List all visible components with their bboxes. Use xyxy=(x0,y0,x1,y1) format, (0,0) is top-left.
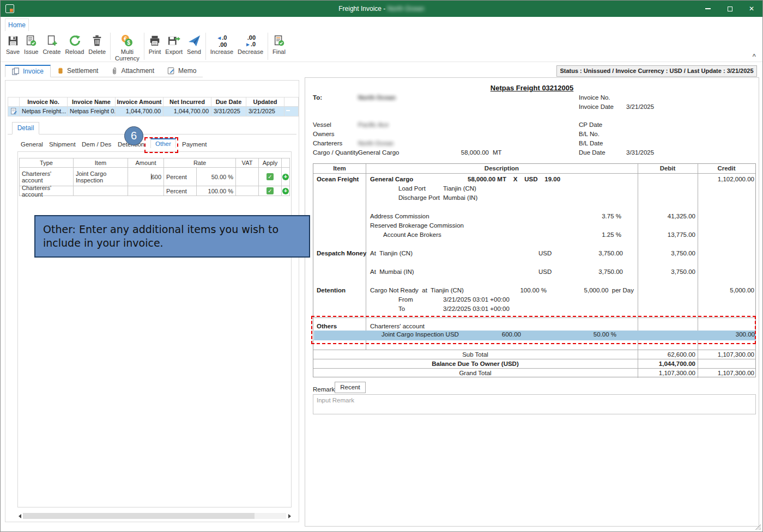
save-button[interactable]: Save xyxy=(4,31,22,55)
invoice-line: At Mumbai (IN) USD 3,750.00 3,750.00 xyxy=(313,267,756,277)
owners-label: Owners xyxy=(313,131,335,137)
column-header-net-incurred[interactable]: Net Incurred xyxy=(164,97,211,107)
bl-no-label: B/L No. xyxy=(579,131,600,137)
rate-type-cell[interactable]: Percent xyxy=(164,186,197,196)
close-button[interactable]: ✕ xyxy=(741,1,762,17)
invoice-line: Others Charterers' account xyxy=(313,322,756,331)
vat-cell[interactable] xyxy=(236,168,259,186)
subtab-dem-des[interactable]: Dem / Des xyxy=(82,141,111,148)
ribbon-separator xyxy=(205,33,206,60)
invoice-body-table: Item Description Debit Credit Joint Carg… xyxy=(313,163,756,377)
rate-type-cell[interactable]: Percent xyxy=(164,168,197,186)
redacted-company-name: North Ocean xyxy=(387,5,425,13)
subtab-general[interactable]: General xyxy=(21,141,43,148)
cargo-unit: MT xyxy=(493,149,502,156)
horizontal-scrollbar[interactable] xyxy=(16,512,293,519)
plus-icon: + xyxy=(282,174,289,180)
scroll-right-button[interactable] xyxy=(286,512,293,519)
invoice-line: Ocean Freight General Cargo 58,000.00 MT… xyxy=(313,175,756,184)
collapse-row-button[interactable] xyxy=(284,107,299,117)
minimize-icon xyxy=(705,8,711,9)
tab-home[interactable]: Home xyxy=(5,19,29,31)
status-bar: Status : Unissued / Invoice Currency : U… xyxy=(556,65,757,77)
apply-checkbox[interactable]: ✓ xyxy=(259,168,282,186)
invoice-line: Discharge Port Mumbai (IN) xyxy=(313,193,756,203)
resize-grip[interactable] xyxy=(754,523,761,530)
paperclip-icon xyxy=(111,67,118,75)
coins-icon xyxy=(57,67,64,75)
send-button[interactable]: Send xyxy=(185,31,203,55)
amount-cell[interactable] xyxy=(128,186,164,196)
delete-button[interactable]: Delete xyxy=(86,31,108,55)
tab-settlement[interactable]: Settlement xyxy=(51,65,105,77)
issue-button[interactable]: Issue xyxy=(22,31,40,55)
memo-pencil-icon xyxy=(167,67,175,75)
view-tab-strip: Invoice Settlement Attachment Memo xyxy=(5,65,203,77)
maximize-icon xyxy=(728,7,732,11)
scrollbar-thumb[interactable] xyxy=(23,513,255,519)
tab-detail[interactable]: Detail xyxy=(12,122,39,134)
invoice-line: From 3/21/2025 03:01 +00:00 xyxy=(313,295,756,304)
column-header-due-date[interactable]: Due Date xyxy=(211,97,246,107)
item-cell[interactable]: Joint Cargo Inspection xyxy=(74,168,128,186)
decrease-decimal-button[interactable]: .00►.0 Decrease xyxy=(235,31,265,55)
charterers-label: Charterers xyxy=(313,140,342,146)
delete-icon xyxy=(92,33,102,48)
minimize-button[interactable] xyxy=(697,1,719,17)
final-icon xyxy=(273,33,285,48)
annotation-callout: Other: Enter any additional items you wi… xyxy=(34,215,310,258)
scrollbar-track[interactable] xyxy=(23,513,286,519)
tab-memo[interactable]: Memo xyxy=(161,65,203,77)
add-row-button[interactable]: + xyxy=(282,168,290,186)
to-value: North Ocean xyxy=(358,94,396,101)
column-header-updated[interactable]: Updated xyxy=(246,97,284,107)
column-header-invoice-no[interactable]: Invoice No. xyxy=(20,97,68,107)
maximize-button[interactable] xyxy=(719,1,741,17)
scroll-left-button[interactable] xyxy=(16,512,23,519)
type-cell[interactable]: Charterers' account xyxy=(19,168,74,186)
tab-attachment[interactable]: Attachment xyxy=(105,65,161,77)
recent-button[interactable]: Recent xyxy=(335,382,366,393)
other-table-header: Type Item Amount Rate VAT Apply xyxy=(19,158,290,168)
apply-checkbox[interactable]: ✓ xyxy=(259,186,282,196)
invoice-date-label: Invoice Date xyxy=(579,103,614,110)
invoice-no-label: Invoice No. xyxy=(579,94,610,101)
vessel-label: Vessel xyxy=(313,121,331,128)
issue-icon xyxy=(25,33,37,48)
increase-decimal-button[interactable]: ◄.0.00 Increase xyxy=(208,31,235,55)
invoice-list-row-selected[interactable]: Netpas Freight... Netpas Freight 0... 1,… xyxy=(8,107,299,117)
create-icon xyxy=(46,33,58,48)
highlighted-other-item-row: Joint Cargo Inspection USD 600.00 50.00 … xyxy=(314,331,756,340)
window-title: Freight Invoice - North Ocean xyxy=(1,5,762,13)
remark-input[interactable] xyxy=(313,394,756,414)
invoice-date-value: 3/21/2025 xyxy=(626,103,654,110)
other-table-row: Charterers' account Percent 100.00 % ✓ + xyxy=(19,186,290,196)
subtab-payment[interactable]: Payment xyxy=(182,141,207,148)
type-cell[interactable]: Charterers' account xyxy=(19,186,74,196)
detail-tab-page xyxy=(17,151,292,507)
multi-currency-button[interactable]: €$ MultiCurrency xyxy=(113,31,142,62)
export-icon xyxy=(167,33,181,48)
amount-cell-editing[interactable]: 600 xyxy=(128,168,164,186)
final-button[interactable]: Final xyxy=(270,31,288,55)
scroll-right-icon xyxy=(288,514,291,518)
column-header-invoice-name[interactable]: Invoice Name xyxy=(68,97,116,107)
create-button[interactable]: Create xyxy=(40,31,63,55)
add-row-button[interactable]: + xyxy=(282,186,290,196)
rate-value-cell[interactable]: 50.00 % xyxy=(197,168,236,186)
decrease-decimal-icon: .00►.0 xyxy=(245,33,256,48)
grid-line xyxy=(313,173,755,174)
export-button[interactable]: Export xyxy=(163,31,185,55)
edit-row-icon xyxy=(8,107,20,117)
tab-invoice[interactable]: Invoice xyxy=(5,65,51,77)
item-cell[interactable] xyxy=(74,186,128,196)
subtab-shipment[interactable]: Shipment xyxy=(49,141,76,148)
charterers-value: North Ocean xyxy=(358,140,393,146)
reload-button[interactable]: Reload xyxy=(63,31,86,55)
print-button[interactable]: Print xyxy=(147,31,164,55)
to-label: To: xyxy=(313,94,322,101)
vat-cell[interactable] xyxy=(236,186,259,196)
column-header-invoice-amount[interactable]: Invoice Amount xyxy=(116,97,164,107)
collapse-ribbon-icon[interactable]: ^ xyxy=(753,53,756,59)
rate-value-cell[interactable]: 100.00 % xyxy=(197,186,236,196)
